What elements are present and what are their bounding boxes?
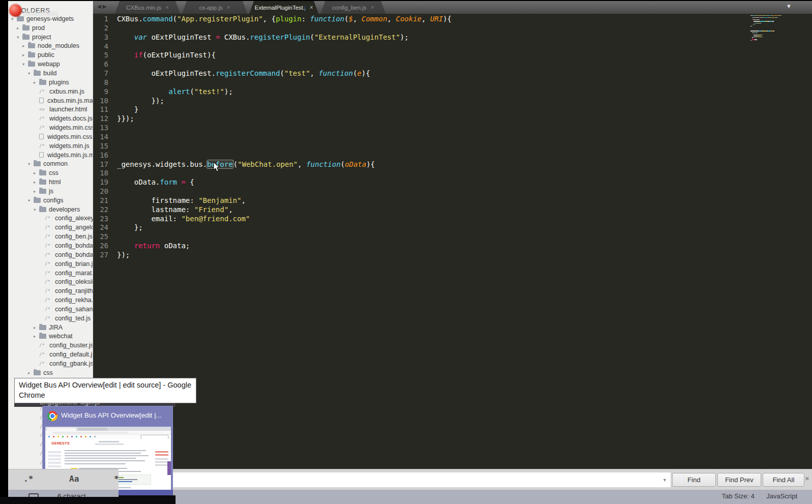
code-line-20[interactable] — [117, 187, 746, 196]
disclosure-icon[interactable]: ▾ — [11, 16, 17, 21]
history-back-icon[interactable]: ◀ — [97, 4, 103, 9]
disclosure-icon[interactable]: ▾ — [17, 35, 22, 40]
code-line-15[interactable] — [117, 142, 746, 151]
regex-toggle[interactable]: .* — [23, 474, 33, 484]
tree-item-config_sahana.js[interactable]: /*config_sahana.js — [8, 305, 93, 314]
tab-config_ben.js[interactable]: config_ben.js× — [321, 1, 386, 14]
case-sensitive-toggle[interactable]: Aa — [69, 474, 79, 484]
tab-close-icon[interactable]: × — [309, 4, 313, 11]
code-line-1[interactable]: CXBus.command("App.registerPlugin", {plu… — [117, 15, 746, 24]
find-input[interactable] — [126, 472, 671, 487]
code-line-11[interactable]: } — [117, 105, 746, 114]
disclosure-icon[interactable]: ▾ — [28, 71, 34, 76]
tree-item-cxbus.min.js[interactable]: /*cxbus.min.js — [8, 87, 93, 96]
find-history-dropdown-icon[interactable]: ▼ — [662, 478, 667, 483]
tree-item-widgets.min.js.map[interactable]: widgets.min.js.map — [8, 151, 93, 160]
tree-item-config_ben.js[interactable]: /*config_ben.js — [8, 232, 93, 241]
tree-item-common[interactable]: ▾common — [8, 160, 93, 169]
code-line-6[interactable] — [117, 60, 746, 69]
tree-item-config_alexeyl.js[interactable]: /*config_alexeyl.js — [8, 214, 93, 223]
disclosure-icon[interactable]: ▸ — [34, 180, 39, 185]
find-close-icon[interactable]: × — [805, 474, 809, 483]
tree-item-js[interactable]: ▸js — [8, 187, 93, 196]
code-line-21[interactable]: firstname: "Benjamin", — [117, 196, 746, 205]
code-line-12[interactable]: }}); — [117, 114, 746, 124]
disclosure-icon[interactable]: ▾ — [22, 62, 28, 67]
code-line-26[interactable]: return oData; — [117, 242, 746, 251]
code-line-7[interactable]: oExtPluginTest.registerCommand("test", f… — [117, 69, 746, 78]
find-button[interactable]: Find — [672, 473, 716, 487]
tree-item-configs[interactable]: ▾configs — [8, 196, 93, 205]
code-editor[interactable]: 1234567891011121314151617181920212223242… — [93, 14, 812, 469]
tree-item-css[interactable]: ▸css — [8, 168, 93, 177]
code-line-22[interactable]: lastname: "Friend", — [117, 205, 746, 215]
tab-close-icon[interactable]: × — [227, 4, 230, 11]
whole-word-toggle[interactable]: * — [114, 474, 119, 484]
tab-size-status[interactable]: Tab Size: 4 — [722, 492, 755, 500]
code-line-9[interactable]: alert("test!"); — [117, 87, 746, 97]
tree-item-html[interactable]: ▸html — [8, 177, 93, 187]
tree-item-config_default.js[interactable]: /*config_default.js — [8, 350, 93, 359]
tree-item-webchat[interactable]: ▸webchat — [8, 332, 93, 341]
code-line-25[interactable] — [117, 232, 746, 242]
disclosure-icon[interactable]: ▸ — [34, 334, 39, 339]
disclosure-icon[interactable]: ▸ — [28, 370, 34, 375]
code-lines[interactable]: CXBus.command("App.registerPlugin", {plu… — [117, 15, 746, 260]
tree-item-webapp[interactable]: ▾webapp — [8, 60, 93, 69]
code-line-16[interactable] — [117, 151, 746, 160]
tree-item-build[interactable]: ▾build — [8, 69, 93, 78]
syntax-status[interactable]: JavaScript — [766, 492, 797, 500]
tree-item-prod[interactable]: ▸prod — [8, 23, 93, 33]
code-line-2[interactable] — [117, 24, 746, 33]
tree-item-JIRA[interactable]: ▸JIRA — [8, 323, 93, 332]
code-line-23[interactable]: email: "ben@friend.com" — [117, 215, 746, 224]
disclosure-icon[interactable]: ▸ — [34, 189, 39, 194]
find-all-button[interactable]: Find All — [763, 473, 804, 487]
code-line-17[interactable]: _genesys.widgets.bus.before("WebChat.ope… — [117, 160, 746, 169]
tree-item-node_modules[interactable]: ▸node_modules — [8, 42, 93, 51]
tree-item-widgets.docs.json[interactable]: /*widgets.docs.json — [8, 114, 93, 123]
code-line-13[interactable] — [117, 124, 746, 133]
tab-cx-app.js[interactable]: cx-app.js× — [182, 1, 247, 14]
tree-item-public[interactable]: ▸public — [8, 50, 93, 60]
code-line-27[interactable]: }); — [117, 251, 746, 260]
tree-item-config_ranjith.js[interactable]: /*config_ranjith.js — [8, 286, 93, 295]
tree-item-config_marat.js[interactable]: /*config_marat.js — [8, 269, 93, 278]
disclosure-icon[interactable]: ▸ — [22, 52, 28, 57]
tree-item-config_ted.js[interactable]: /*config_ted.js — [8, 314, 93, 323]
tree-item-launcher.html[interactable]: <>launcher.html — [8, 105, 93, 114]
tree-item-widgets.min.css.ma[interactable]: widgets.min.css.ma — [8, 132, 93, 141]
code-line-18[interactable] — [117, 169, 746, 178]
disclosure-icon[interactable]: ▾ — [28, 198, 34, 203]
code-line-8[interactable] — [117, 78, 746, 87]
tree-item-config_angelo.js[interactable]: /*config_angelo.js — [8, 223, 93, 232]
disclosure-icon[interactable]: ▸ — [34, 170, 39, 175]
tab-close-icon[interactable]: × — [165, 4, 169, 11]
tree-item-config_oleksii.js[interactable]: /*config_oleksii.js — [8, 277, 93, 286]
disclosure-icon[interactable]: ▸ — [34, 80, 39, 85]
tab-close-icon[interactable]: × — [370, 4, 374, 11]
tree-item-config_rekha.js[interactable]: /*config_rekha.js — [8, 295, 93, 305]
code-line-19[interactable]: oData.form = { — [117, 178, 746, 187]
tab-ExternalPluginTest.js[interactable]: ExternalPluginTest.js× — [249, 1, 318, 14]
tree-item-config_bohdan_v2[interactable]: /*config_bohdan_v2 — [8, 250, 93, 259]
tree-item-project[interactable]: ▾project — [8, 33, 93, 42]
tree-item-cxbus.min.js.map[interactable]: cxbus.min.js.map — [8, 96, 93, 105]
tree-item-widgets.min.css[interactable]: /*widgets.min.css — [8, 123, 93, 132]
tree-item-css[interactable]: ▸css — [8, 368, 93, 377]
disclosure-icon[interactable]: ▸ — [34, 325, 39, 330]
minimap[interactable] — [750, 15, 786, 41]
tree-item-plugins[interactable]: ▸plugins — [8, 78, 93, 87]
history-forward-icon[interactable]: ▶ — [103, 4, 108, 9]
tab-overflow-icon[interactable]: ▼ — [786, 3, 792, 9]
tree-item-config_gbank.js[interactable]: /*config_gbank.js — [8, 359, 93, 368]
code-line-10[interactable]: }); — [117, 97, 746, 106]
tree-item-config_bohdan_v1[interactable]: /*config_bohdan_v1 — [8, 241, 93, 250]
code-line-3[interactable]: var oExtPluginTest = CXBus.registerPlugi… — [117, 33, 746, 42]
code-line-14[interactable] — [117, 133, 746, 142]
tree-item-widgets.min.js[interactable]: /*widgets.min.js — [8, 141, 93, 151]
tree-item-config_brian.js[interactable]: /*config_brian.js — [8, 259, 93, 269]
disclosure-icon[interactable]: ▾ — [28, 161, 34, 166]
code-line-4[interactable] — [117, 42, 746, 51]
code-line-5[interactable]: if(oExtPluginTest){ — [117, 51, 746, 60]
